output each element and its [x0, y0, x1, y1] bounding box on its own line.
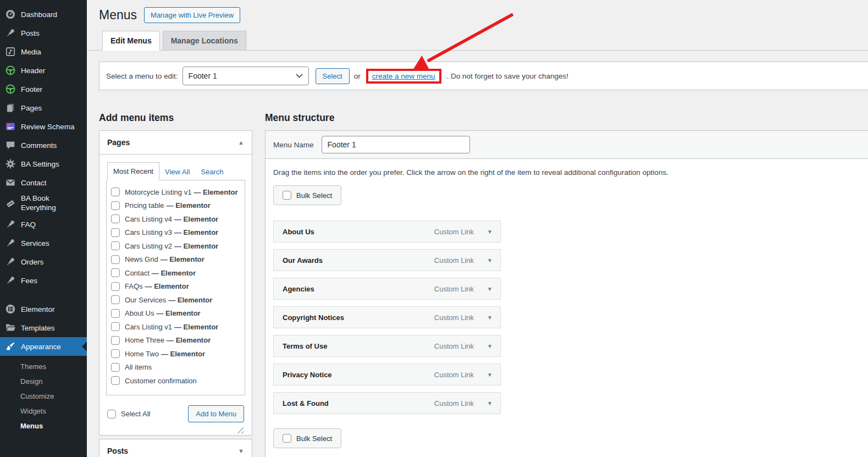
sidebar-item[interactable]: Posts	[0, 24, 87, 42]
page-checkbox[interactable]	[111, 241, 120, 250]
page-checkbox[interactable]	[111, 188, 120, 196]
sidebar-item-label: Header	[21, 67, 45, 75]
page-checkbox-item[interactable]: About Us— Elementor	[111, 307, 240, 321]
brush-icon	[5, 341, 16, 352]
bulk-select-bottom[interactable]: Bulk Select	[273, 428, 341, 448]
page-checkbox-item[interactable]: Home Three— Elementor	[111, 334, 240, 348]
tab-most-recent[interactable]: Most Recent	[107, 162, 159, 180]
sidebar-item[interactable]: Contact	[0, 173, 87, 192]
page-checkbox-item[interactable]: Customer confirmation	[111, 374, 240, 388]
menu-item[interactable]: About Us Custom Link ▼	[273, 221, 501, 243]
menu-name-input[interactable]	[322, 136, 470, 153]
pages-icon	[5, 102, 16, 113]
page-checkbox-item[interactable]: Motorcycle Listing v1— Elementor	[111, 185, 240, 199]
menu-item-title: Our Awards	[283, 256, 323, 265]
page-checkbox[interactable]	[111, 349, 120, 358]
page-checkbox-item[interactable]: Cars Listing v3— Elementor	[111, 226, 240, 240]
sidebar-item[interactable]: Header	[0, 61, 87, 80]
menu-item[interactable]: Privacy Notice Custom Link ▼	[273, 364, 501, 386]
sidebar-item[interactable]: Elementor	[0, 300, 87, 318]
bulk-select-checkbox[interactable]	[283, 191, 291, 200]
sidebar-item[interactable]: FAQ	[0, 215, 87, 234]
manage-live-preview-button[interactable]: Manage with Live Preview	[144, 7, 240, 23]
page-checkbox[interactable]	[111, 268, 120, 277]
sidebar-item[interactable]: Orders	[0, 252, 87, 271]
create-new-menu-link[interactable]: create a new menu	[372, 72, 435, 80]
dashboard-icon	[5, 9, 16, 20]
sidebar-item[interactable]: Pages	[0, 98, 87, 117]
page-checkbox[interactable]	[111, 322, 120, 331]
page-checkbox-item[interactable]: Cars Listing v4— Elementor	[111, 212, 240, 226]
submenu-item[interactable]: Menus	[0, 419, 87, 433]
sidebar-item[interactable]: Media	[0, 42, 87, 61]
page-checkbox[interactable]	[111, 201, 120, 210]
sidebar-item[interactable]: Footer	[0, 80, 87, 98]
submenu-item[interactable]: Widgets	[0, 404, 87, 419]
bulk-select-top[interactable]: Bulk Select	[273, 185, 341, 205]
chevron-down-icon[interactable]: ▼	[487, 372, 493, 378]
sidebar-item[interactable]: BA Book Everything	[0, 192, 87, 215]
page-checkbox[interactable]	[111, 295, 120, 304]
chevron-down-icon[interactable]: ▼	[487, 257, 493, 263]
page-checkbox-item[interactable]: Cars Listing v2— Elementor	[111, 239, 240, 253]
page-type-suffix: — Elementor	[174, 323, 218, 331]
sidebar-item[interactable]: Comments	[0, 136, 87, 155]
menu-item[interactable]: Terms of Use Custom Link ▼	[273, 335, 501, 357]
page-checkbox[interactable]	[111, 228, 120, 237]
add-to-menu-button[interactable]: Add to Menu	[188, 405, 244, 422]
sidebar-item[interactable]: Templates	[0, 318, 87, 337]
sidebar-item[interactable]: Dashboard	[0, 5, 87, 24]
page-checkbox-item[interactable]: News Grid— Elementor	[111, 253, 240, 267]
sidebar-item[interactable]: Fees	[0, 271, 87, 290]
menu-dropdown[interactable]: Footer 1	[183, 67, 309, 85]
select-all-checkbox[interactable]	[107, 410, 116, 419]
chevron-down-icon[interactable]: ▼	[487, 315, 493, 321]
page-checkbox[interactable]	[111, 336, 120, 345]
page-checkbox-item[interactable]: Our Services— Elementor	[111, 293, 240, 307]
page-checkbox-item[interactable]: Home Two— Elementor	[111, 347, 240, 361]
submenu-item[interactable]: Design	[0, 374, 87, 389]
sidebar-item[interactable]: Review Schema	[0, 117, 87, 136]
sidebar-item[interactable]: Services	[0, 234, 87, 252]
page-checkbox-item[interactable]: Contact— Elementor	[111, 266, 240, 280]
select-button[interactable]: Select	[316, 68, 350, 84]
menu-item[interactable]: Agencies Custom Link ▼	[273, 278, 501, 300]
menu-item[interactable]: Lost & Found Custom Link ▼	[273, 392, 501, 414]
tab-manage-locations[interactable]: Manage Locations	[163, 31, 246, 50]
tab-view-all[interactable]: View All	[159, 163, 195, 180]
sidebar-item[interactable]: Appearance	[0, 337, 87, 356]
submenu-item[interactable]: Themes	[0, 359, 87, 374]
sidebar-item[interactable]: BA Settings	[0, 155, 87, 173]
page-checkbox[interactable]	[111, 376, 120, 385]
page-checkbox-item[interactable]: Cars Listing v1— Elementor	[111, 320, 240, 334]
tab-edit-menus[interactable]: Edit Menus	[102, 31, 160, 51]
menu-item[interactable]: Our Awards Custom Link ▼	[273, 249, 501, 271]
pages-accordion-header[interactable]: Pages ▲	[99, 131, 252, 155]
page-checkbox[interactable]	[111, 309, 120, 318]
chevron-down-icon[interactable]: ▼	[487, 286, 493, 292]
chevron-down-icon[interactable]: ▼	[487, 400, 493, 406]
menu-item[interactable]: Copyright Notices Custom Link ▼	[273, 306, 501, 328]
collapse-up-icon[interactable]: ▲	[238, 139, 244, 146]
resize-handle-icon[interactable]	[237, 427, 244, 433]
page-header: Menus Manage with Live Preview	[99, 7, 868, 23]
submenu-item[interactable]: Customize	[0, 389, 87, 404]
chevron-down-icon[interactable]: ▼	[487, 229, 493, 235]
page-checkbox-item[interactable]: FAQs— Elementor	[111, 280, 240, 294]
posts-accordion-header[interactable]: Posts ▼	[99, 439, 252, 457]
wordpress-admin-page: Dashboard Posts Media Header Footer Page…	[0, 0, 868, 457]
bulk-select-checkbox[interactable]	[283, 434, 291, 443]
page-checkbox[interactable]	[111, 255, 120, 264]
page-checkbox-item[interactable]: All items	[111, 361, 240, 375]
page-checkbox[interactable]	[111, 363, 120, 372]
pin-icon	[5, 219, 16, 230]
collapse-down-icon[interactable]: ▼	[238, 448, 244, 454]
select-all-control[interactable]: Select All	[107, 410, 150, 419]
tab-search[interactable]: Search	[195, 163, 229, 180]
page-checkbox[interactable]	[111, 214, 120, 223]
page-checkbox-item[interactable]: Pricing table— Elementor	[111, 199, 240, 213]
sidebar-item-label: Services	[21, 239, 49, 247]
page-checkbox[interactable]	[111, 282, 120, 291]
chevron-down-icon[interactable]: ▼	[487, 343, 493, 349]
sidebar-item-label: FAQ	[21, 221, 36, 229]
